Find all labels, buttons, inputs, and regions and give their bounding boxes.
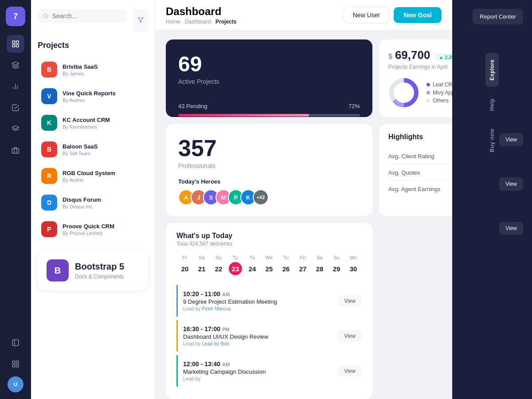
legend-item: Others xyxy=(426,98,452,104)
calendar-day[interactable]: We 25 xyxy=(261,252,278,278)
project-author: By Proove Limited xyxy=(63,231,145,236)
sidebar-icon-stack[interactable] xyxy=(7,120,24,138)
svg-rect-0 xyxy=(12,41,15,43)
project-item[interactable]: K KC Account CRM By Keenthemes xyxy=(38,110,148,135)
project-author: By Keenthemes xyxy=(63,124,145,129)
project-info: Disqus Forum By Disqus Inc. xyxy=(63,196,145,209)
sidebar-icon-grid[interactable] xyxy=(7,35,24,53)
progress-bar-fill xyxy=(178,114,309,117)
calendar-event: 12:00 - 13:40 AM Marketing Campaign Disc… xyxy=(176,355,362,387)
calendar-day[interactable]: Fri 27 xyxy=(294,252,311,278)
right-panel-help[interactable]: Help xyxy=(485,92,499,117)
project-author: By Disqus Inc. xyxy=(63,204,145,209)
filter-button[interactable] xyxy=(133,9,148,32)
topbar: Dashboard Home- Dashboard- Projects New … xyxy=(155,0,452,31)
svg-rect-13 xyxy=(16,361,19,363)
cal-day-num: 23 xyxy=(229,262,242,275)
calendar-day[interactable]: Su 29 xyxy=(328,252,345,278)
svg-rect-10 xyxy=(12,340,19,346)
cal-day-num: 30 xyxy=(347,262,360,275)
svg-marker-4 xyxy=(12,62,19,66)
highlight-row: Avg. Client Rating ↗ 7.8 10 xyxy=(388,148,452,164)
sidebar-icon-settings[interactable] xyxy=(7,334,24,352)
earnings-label: Projects Earnings in April xyxy=(388,64,452,70)
breadcrumb-active: Projects xyxy=(215,19,236,25)
highlight-label: Avg. Quotes xyxy=(388,169,420,176)
event-lead-link[interactable]: Peter Marcus xyxy=(202,306,231,311)
event-view-button[interactable]: View xyxy=(338,365,362,377)
right-view-btn-1[interactable]: View xyxy=(499,133,523,146)
project-author: By James xyxy=(63,71,145,76)
event-lead: Lead by Peter Marcus xyxy=(183,306,332,311)
svg-line-17 xyxy=(47,17,48,18)
calendar-day[interactable]: Fr 20 xyxy=(176,252,193,278)
calendar-day[interactable]: Su 22 xyxy=(210,252,227,278)
right-view-btn-2[interactable]: View xyxy=(499,177,523,191)
docs-link[interactable]: Docs & Components xyxy=(75,274,124,280)
calendar-day[interactable]: Tu 24 xyxy=(244,252,261,278)
legend-item: Leaf CRM xyxy=(426,82,452,88)
event-title: 9 Degree Project Estimation Meeting xyxy=(183,298,332,305)
project-author: By SIA Team xyxy=(63,151,145,156)
donut-chart xyxy=(388,77,419,108)
legend-name: Others xyxy=(433,98,449,104)
project-item[interactable]: R RGB Cloud System By Andrei xyxy=(38,164,148,188)
professionals-card: 357 Professionals Today's Heroes AJSMPK+… xyxy=(166,124,372,216)
new-goal-button[interactable]: New Goal xyxy=(394,7,442,23)
sidebar-icon-grid2[interactable] xyxy=(7,355,24,373)
sidebar-icon-chart[interactable] xyxy=(7,78,24,95)
project-logo: V xyxy=(41,88,57,104)
report-button[interactable]: Report Center xyxy=(473,9,523,24)
right-view-btn-3[interactable]: View xyxy=(499,222,523,235)
project-item[interactable]: P Proove Quick CRM By Proove Limited xyxy=(38,217,148,242)
project-item[interactable]: D Disqus Forum By Disqus Inc. xyxy=(38,190,148,215)
project-item[interactable]: B Briviba SaaS By James xyxy=(38,57,148,82)
sidebar-icon-layers[interactable] xyxy=(7,56,24,74)
sidebar-icon-brief[interactable] xyxy=(7,141,24,159)
svg-marker-8 xyxy=(12,126,19,129)
calendar-day[interactable]: Tu 26 xyxy=(278,252,294,278)
calendar-day[interactable]: Sa 28 xyxy=(311,252,328,278)
cal-day-name: Fri xyxy=(296,255,309,260)
search-input[interactable] xyxy=(52,12,121,20)
sidebar-icon-check[interactable] xyxy=(7,99,24,117)
calendar-day[interactable]: Mo 30 xyxy=(345,252,362,278)
project-item[interactable]: B Baloon SaaS By SIA Team xyxy=(38,137,148,162)
event-lead-link[interactable]: Lead by Bob xyxy=(202,341,229,346)
cal-day-name: Su xyxy=(330,255,343,260)
active-label: Active Projects xyxy=(178,78,360,85)
event-time: 10:20 - 11:00 AM xyxy=(183,290,332,297)
user-avatar[interactable]: U xyxy=(8,376,23,392)
legend-dot xyxy=(426,99,430,102)
new-user-button[interactable]: New User xyxy=(344,7,389,23)
search-bar[interactable] xyxy=(38,9,127,23)
professionals-count: 357 xyxy=(178,135,360,161)
heroes-title: Today's Heroes xyxy=(178,178,360,185)
project-item[interactable]: V Vine Quick Reports By Andres xyxy=(38,84,148,109)
dollar-sign: $ xyxy=(388,53,392,61)
legend-dot xyxy=(426,91,430,94)
event-title: Dashboard UI/UX Design Review xyxy=(183,333,332,340)
cal-day-num: 25 xyxy=(262,262,276,275)
progress-bar-wrap xyxy=(178,114,360,117)
app-badge[interactable]: 7 xyxy=(6,7,25,26)
project-name: Disqus Forum xyxy=(63,196,145,203)
earnings-number: 69,700 xyxy=(395,48,430,62)
calendar-events: 10:20 - 11:00 AM 9 Degree Project Estima… xyxy=(176,285,362,387)
project-logo: B xyxy=(41,62,57,78)
calendar-day[interactable]: Tu 23 xyxy=(227,252,244,278)
right-panel-explore[interactable]: Explore xyxy=(485,53,499,87)
calendar-day[interactable]: Sa 21 xyxy=(193,252,210,278)
event-view-button[interactable]: View xyxy=(338,330,362,342)
right-panel-buynow[interactable]: Buy now xyxy=(485,122,499,159)
legend-item: Mivy App xyxy=(426,90,452,96)
projects-title: Projects xyxy=(38,41,148,50)
cal-day-num: 28 xyxy=(313,262,326,275)
event-details: 16:30 - 17:00 PM Dashboard UI/UX Design … xyxy=(183,325,332,346)
svg-rect-15 xyxy=(16,365,19,367)
earnings-badge: ▲ 2.2% xyxy=(435,54,452,61)
event-view-button[interactable]: View xyxy=(338,295,362,307)
page-title: Dashboard xyxy=(166,5,236,18)
event-ampm: AM xyxy=(222,292,230,297)
project-name: Baloon SaaS xyxy=(63,143,145,150)
